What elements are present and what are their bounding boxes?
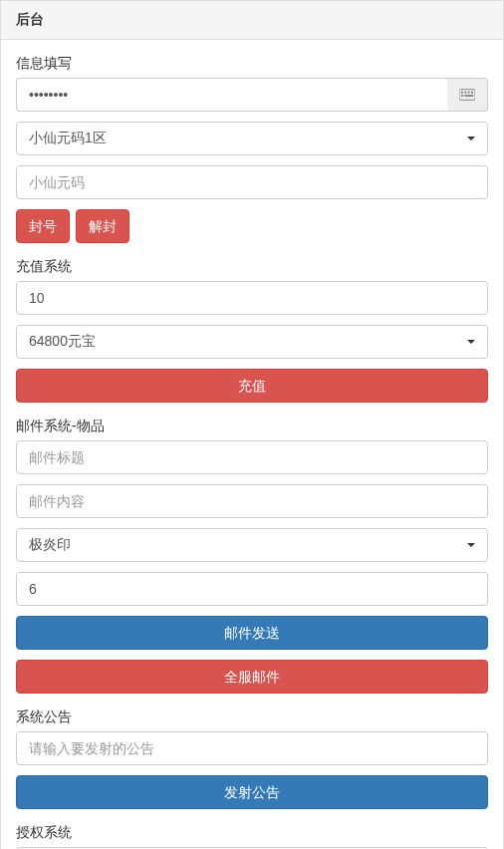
keyboard-icon[interactable] [447,78,488,112]
announce-section-label: 系统公告 [16,708,488,726]
svg-rect-2 [464,92,466,94]
chevron-down-icon [467,543,475,547]
account-input[interactable] [16,165,488,199]
panel-body: 信息填写 小仙元码1区 封号 解封 充值系统 64800元宝 [1,40,503,849]
unban-button[interactable]: 解封 [76,209,129,243]
ban-button[interactable]: 封号 [16,209,70,243]
mail-item-value: 极炎印 [29,536,71,554]
mail-title-input[interactable] [16,440,488,474]
chevron-down-icon [467,340,475,344]
svg-rect-1 [461,92,463,94]
svg-rect-5 [461,95,463,97]
server-select[interactable]: 小仙元码1区 [16,122,488,155]
svg-rect-3 [468,92,470,94]
svg-rect-6 [464,95,473,97]
mail-quantity-input[interactable] [16,572,488,606]
auth-section-label: 授权系统 [16,824,488,842]
mail-item-select[interactable]: 极炎印 [16,528,488,562]
recharge-option-value: 64800元宝 [29,333,96,351]
recharge-button[interactable]: 充值 [16,369,488,403]
info-section-label: 信息填写 [16,55,488,73]
password-input[interactable] [16,78,447,112]
mail-section-label: 邮件系统-物品 [16,418,488,435]
announce-input[interactable] [16,731,488,765]
mail-content-input[interactable] [16,484,488,518]
page-title: 后台 [16,11,44,27]
panel-header: 后台 [1,1,503,40]
announce-button[interactable]: 发射公告 [16,775,488,809]
svg-rect-4 [471,92,473,94]
recharge-option-select[interactable]: 64800元宝 [16,325,488,359]
chevron-down-icon [467,137,475,141]
mail-broadcast-button[interactable]: 全服邮件 [16,660,488,694]
recharge-amount-input[interactable] [16,281,488,315]
recharge-section-label: 充值系统 [16,258,488,276]
mail-send-button[interactable]: 邮件发送 [16,616,488,650]
panel: 后台 信息填写 小仙元码1区 封号 解封 充值系统 [0,0,504,849]
password-group [16,78,488,112]
server-select-value: 小仙元码1区 [29,130,107,147]
